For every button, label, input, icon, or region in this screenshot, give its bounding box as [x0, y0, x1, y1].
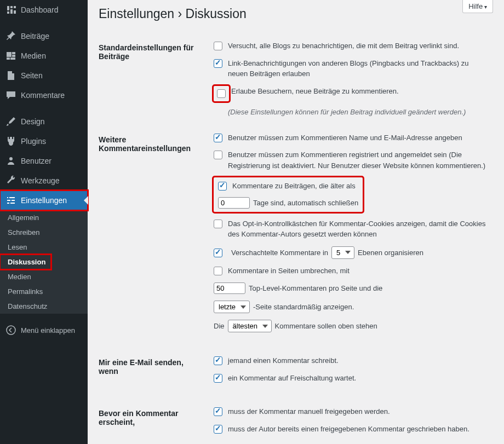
submenu-item-media[interactable]: Medien	[0, 269, 88, 284]
label-threaded-prefix: Verschachtelte Kommentare in	[231, 249, 328, 257]
close-comments-group: Kommentare zu Beiträgen, die älter als T…	[214, 177, 363, 212]
section-heading-before: Bevor ein Kommentar erscheint,	[99, 398, 208, 444]
cb-require-registration[interactable]	[214, 151, 222, 159]
submenu-item-reading[interactable]: Lesen	[0, 240, 88, 255]
pin-icon	[5, 31, 16, 42]
label-allow-comments: Erlaube Besuchern, neue Beiträge zu komm…	[231, 86, 399, 97]
label-cookie-optin: Das Opt-in-Kontrollkästchen für Kommenta…	[228, 218, 488, 240]
input-per-page[interactable]	[214, 282, 245, 294]
select-default-page[interactable]: letzte	[214, 301, 250, 313]
label-require-name-email: Benutzer müssen zum Kommentieren Name un…	[228, 132, 462, 143]
sidebar-item-label: Benutzer	[21, 157, 51, 165]
select-thread-depth[interactable]: 5	[331, 246, 354, 259]
sidebar-item-label: Seiten	[21, 71, 43, 80]
label-require-registration: Benutzer müssen zum Kommentieren registr…	[228, 149, 488, 171]
sidebar-item-label: Dashboard	[21, 5, 59, 14]
help-tab[interactable]: Hilfe	[462, 0, 493, 13]
label-manual-approve: muss der Kommentar manuell freigegeben w…	[228, 406, 390, 417]
section-heading-email: Mir eine E-Mail senden, wenn	[99, 347, 208, 398]
label-order-prefix: Die	[214, 322, 225, 330]
sidebar-item-label: Kommentare	[21, 91, 65, 100]
cb-manual-approve[interactable]	[214, 407, 222, 416]
cb-cookie-optin[interactable]	[214, 220, 222, 228]
collapse-icon	[5, 325, 16, 336]
sidebar-item-settings[interactable]: Einstellungen	[0, 191, 88, 210]
collapse-label: Menü einklappen	[21, 326, 75, 335]
sidebar-item-tools[interactable]: Werkzeuge	[0, 171, 88, 191]
plug-icon	[5, 136, 16, 147]
sidebar-item-label: Werkzeuge	[21, 176, 60, 185]
admin-sidebar: Dashboard Beiträge Medien Seiten Komment…	[0, 0, 88, 444]
select-comment-order[interactable]: ältesten	[228, 320, 272, 332]
settings-submenu: Allgemein Schreiben Lesen Diskussion Med…	[0, 210, 88, 314]
user-icon	[5, 155, 16, 166]
wrench-icon	[5, 175, 16, 186]
submenu-item-general[interactable]: Allgemein	[0, 210, 88, 225]
collapse-menu[interactable]: Menü einklappen	[0, 320, 88, 340]
label-threaded-suffix: Ebenen organisieren	[358, 249, 423, 257]
cb-require-name-email[interactable]	[214, 134, 222, 142]
sidebar-item-plugins[interactable]: Plugins	[0, 131, 88, 151]
cb-threaded[interactable]	[214, 249, 222, 257]
cb-pingbacks[interactable]	[214, 59, 222, 68]
label-email-new-comment: jemand einen Kommentar schreibt.	[228, 355, 339, 366]
submenu-item-privacy[interactable]: Datenschutz	[0, 299, 88, 314]
label-close-old: Kommentare zu Beiträgen, die älter als	[232, 181, 356, 192]
section-heading-default: Standardeinstellungen für Beiträge	[99, 32, 208, 124]
sidebar-item-label: Einstellungen	[21, 196, 67, 205]
sidebar-item-label: Design	[21, 117, 45, 126]
sidebar-item-dashboard[interactable]: Dashboard	[0, 0, 88, 20]
cb-previously-approved[interactable]	[214, 425, 222, 434]
cb-close-old[interactable]	[218, 182, 227, 191]
media-icon	[5, 50, 16, 61]
label-paginate: Kommentare in Seiten umbrechen, mit	[228, 266, 350, 276]
label-email-moderation: ein Kommentar auf Freischaltung wartet.	[228, 373, 356, 384]
submenu-item-discussion[interactable]: Diskussion	[0, 255, 51, 269]
sidebar-item-comments[interactable]: Kommentare	[0, 85, 88, 105]
default-note: (Diese Einstellungen können für jeden Be…	[228, 108, 488, 116]
section-heading-other: Weitere Kommentareinstellungen	[99, 124, 208, 348]
svg-point-0	[7, 326, 15, 335]
content-area: Hilfe Einstellungen › Diskussion Standar…	[88, 0, 504, 444]
input-close-days[interactable]	[218, 197, 250, 209]
sidebar-item-label: Plugins	[21, 137, 46, 146]
label-per-page-suffix: Top-Level-Kommentaren pro Seite und die	[249, 284, 382, 292]
label-previously-approved: muss der Autor bereits einen freigegeben…	[228, 424, 469, 435]
cb-allow-comments[interactable]	[217, 89, 226, 98]
sidebar-item-label: Medien	[21, 51, 46, 60]
label-default-page-suffix: -Seite standardmäßig anzeigen.	[253, 303, 354, 311]
cb-notify-blogs[interactable]	[214, 42, 222, 50]
sliders-icon	[5, 195, 16, 206]
sidebar-item-posts[interactable]: Beiträge	[0, 26, 88, 46]
label-pingbacks: Link-Benachrichtigungen von anderen Blog…	[228, 58, 488, 79]
sidebar-item-label: Beiträge	[21, 32, 49, 41]
cb-paginate[interactable]	[214, 267, 222, 275]
cb-email-new-comment[interactable]	[214, 356, 222, 365]
sidebar-item-media[interactable]: Medien	[0, 46, 88, 66]
page-icon	[5, 70, 16, 81]
brush-icon	[5, 116, 16, 127]
label-order-suffix: Kommentare sollen oben stehen	[275, 322, 377, 330]
comment-icon	[5, 90, 16, 101]
page-title: Einstellungen › Diskussion	[99, 7, 493, 21]
sidebar-item-pages[interactable]: Seiten	[0, 66, 88, 85]
label-notify-blogs: Versucht, alle Blogs zu benachrichtigen,…	[228, 41, 459, 51]
sidebar-item-appearance[interactable]: Design	[0, 112, 88, 131]
submenu-item-writing[interactable]: Schreiben	[0, 225, 88, 240]
label-close-suffix: Tage sind, automatisch schließen	[253, 199, 358, 207]
dashboard-icon	[5, 4, 16, 15]
cb-email-moderation[interactable]	[214, 374, 222, 383]
sidebar-item-users[interactable]: Benutzer	[0, 151, 88, 171]
submenu-item-permalinks[interactable]: Permalinks	[0, 284, 88, 299]
